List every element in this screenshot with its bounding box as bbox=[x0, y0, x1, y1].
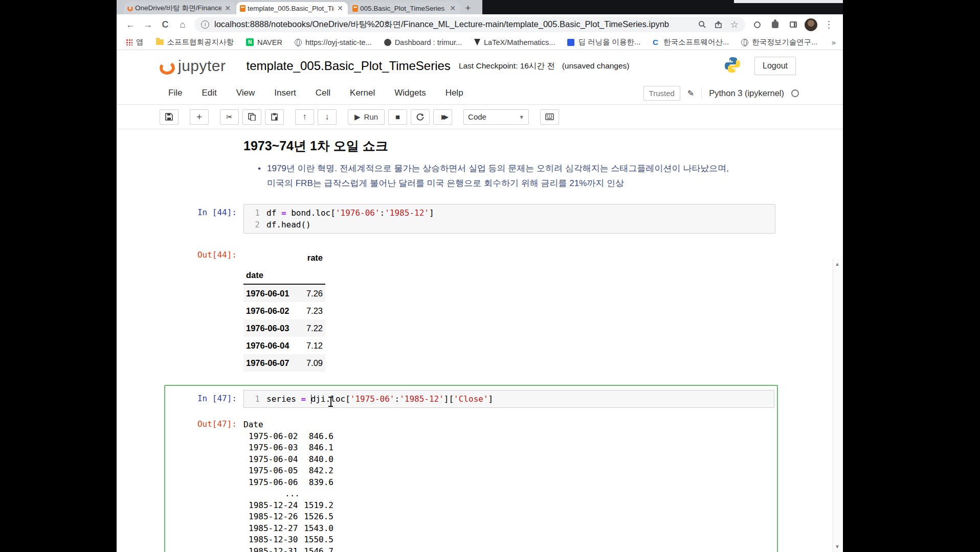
bookmark-item[interactable]: NNAVER bbox=[246, 38, 282, 47]
code-token: : bbox=[394, 394, 399, 404]
menu-item-help[interactable]: Help bbox=[446, 88, 463, 98]
menu-item-kernel[interactable]: Kernel bbox=[350, 88, 375, 98]
browser-tab[interactable]: template_005.Basic_Plot_TimeSe✕ bbox=[236, 2, 348, 14]
jupyter-logo[interactable]: jupyter bbox=[160, 57, 226, 75]
move-cell-up-button[interactable]: ↑ bbox=[295, 109, 314, 125]
bookmark-item[interactable]: Dashboard : trimur... bbox=[384, 38, 462, 47]
series-date: 1985-12-31 bbox=[243, 546, 300, 552]
menu-item-insert[interactable]: Insert bbox=[274, 88, 296, 98]
selected-cell-47[interactable]: In [47]: 1series = dji.loc['1975-06':'19… bbox=[164, 385, 778, 552]
table-index-cell: 1976-06-07 bbox=[243, 358, 295, 368]
address-field[interactable]: i localhost:8888/notebooks/OneDrive/바탕%2… bbox=[194, 17, 745, 32]
tab-strip-tabs: OneDrive/바탕 화면/Finance_M...✕template_005… bbox=[124, 2, 461, 14]
move-cell-down-button[interactable]: ↓ bbox=[318, 109, 337, 125]
table-row: 1976-06-037.22 bbox=[243, 319, 325, 337]
series-date: 1975-06-06 bbox=[243, 477, 300, 489]
restart-kernel-button[interactable] bbox=[411, 109, 430, 125]
code-cell-44[interactable]: In [44]: 1df = bond.loc['1976-06':'1985-… bbox=[117, 204, 843, 234]
bookmark-item[interactable]: LaTeX/Mathematics... bbox=[474, 38, 555, 47]
scroll-down-icon[interactable]: ▼ bbox=[833, 544, 841, 549]
scroll-up-icon[interactable]: ▲ bbox=[833, 261, 841, 267]
bookmarks-overflow-icon[interactable]: » bbox=[832, 38, 836, 47]
menu-items: FileEditViewInsertCellKernelWidgetsHelp bbox=[168, 88, 463, 98]
command-palette-button[interactable] bbox=[540, 109, 559, 125]
menu-item-view[interactable]: View bbox=[236, 88, 255, 98]
table-row: 1976-06-027.23 bbox=[243, 302, 325, 319]
tab-title: 005.Basic_Plot_TimeSeries - Jup... bbox=[360, 5, 447, 12]
url-text[interactable]: localhost:8888/notebooks/OneDrive/바탕%20화… bbox=[214, 19, 690, 30]
trusted-button[interactable]: Trusted bbox=[643, 86, 680, 101]
stop-button[interactable]: ■ bbox=[388, 109, 407, 125]
tab-close-icon[interactable]: ✕ bbox=[449, 4, 457, 12]
cell-type-select[interactable]: Code ▼ bbox=[463, 109, 529, 125]
logout-button[interactable]: Logout bbox=[754, 57, 796, 75]
series-value: 1543.0 bbox=[300, 523, 333, 535]
globe-bookmark-icon bbox=[295, 39, 302, 46]
cut-cell-button[interactable]: ✂ bbox=[220, 109, 239, 125]
share-icon[interactable] bbox=[715, 21, 722, 29]
copy-cell-button[interactable] bbox=[242, 109, 261, 125]
scrollbar[interactable]: ▲ ▼ bbox=[833, 259, 841, 552]
table-row: 1976-06-047.12 bbox=[243, 337, 325, 354]
tab-close-icon[interactable]: ✕ bbox=[336, 4, 344, 12]
restart-run-all-button[interactable]: ▶▶ bbox=[433, 109, 452, 125]
series-date: 1985-12-24 bbox=[243, 500, 300, 512]
run-button[interactable]: ▶ Run bbox=[348, 109, 385, 125]
browser-menu-icon[interactable]: ⋮ bbox=[820, 19, 838, 30]
paste-cell-button[interactable] bbox=[265, 109, 284, 125]
bookmark-label: 소프트협회공지사항 bbox=[167, 37, 234, 47]
series-value: 1526.5 bbox=[300, 511, 333, 523]
series-header: Date bbox=[243, 419, 333, 431]
browser-tab[interactable]: 005.Basic_Plot_TimeSeries - Jup...✕ bbox=[349, 2, 460, 14]
code-cell-47[interactable]: In [47]: 1series = dji.loc['1975-06':'19… bbox=[165, 390, 777, 408]
home-icon[interactable]: ⌂ bbox=[174, 19, 191, 30]
site-info-icon[interactable]: i bbox=[201, 20, 209, 29]
menu-item-edit[interactable]: Edit bbox=[202, 88, 216, 98]
code-editor-47[interactable]: 1series = dji.loc['1975-06':'1985-12']['… bbox=[243, 390, 774, 408]
code-text: series = dji.loc['1975-06':'1985-12']['C… bbox=[266, 393, 493, 405]
series-row: 1985-12-261526.5 bbox=[243, 511, 333, 523]
refresh-icon[interactable]: C bbox=[157, 19, 174, 30]
tab-title: template_005.Basic_Plot_TimeSe bbox=[248, 5, 334, 12]
menu-item-file[interactable]: File bbox=[168, 88, 182, 98]
tab-strip: OneDrive/바탕 화면/Finance_M...✕template_005… bbox=[117, 0, 843, 14]
forward-icon[interactable]: → bbox=[139, 19, 157, 30]
new-tab-button[interactable]: + bbox=[461, 2, 475, 14]
menu-item-cell[interactable]: Cell bbox=[316, 88, 330, 98]
unsaved-status: (unsaved changes) bbox=[562, 61, 630, 71]
notebook-toolbar: + ✂ ↑ ↓ ▶ Run ■ ▶▶ Code ▼ bbox=[117, 105, 843, 129]
bookmark-item[interactable]: 딥 러닝을 이용한... bbox=[567, 37, 640, 47]
zoom-icon[interactable] bbox=[698, 20, 706, 29]
window-controls-strip bbox=[734, 0, 843, 3]
code-token: = bbox=[281, 208, 286, 218]
code-token: '1976-06' bbox=[336, 208, 380, 218]
notebook-title[interactable]: template_005.Basic_Plot_TimeSeries bbox=[247, 59, 451, 73]
edit-pencil-icon[interactable]: ✎ bbox=[687, 88, 694, 98]
extensions-puzzle-icon[interactable] bbox=[766, 21, 784, 28]
output-prompt-44: Out[44]: bbox=[117, 249, 243, 372]
bookmark-item[interactable]: 한국정보기술연구... bbox=[741, 37, 817, 47]
tab-close-icon[interactable]: ✕ bbox=[224, 4, 232, 12]
series-row: 1975-06-05842.2 bbox=[243, 465, 333, 477]
bookmark-label: 딥 러닝을 이용한... bbox=[578, 37, 640, 47]
dataframe-table: ratedate1976-06-017.261976-06-027.231976… bbox=[243, 249, 325, 372]
input-prompt-47: In [47]: bbox=[165, 390, 243, 408]
browser-tab[interactable]: OneDrive/바탕 화면/Finance_M...✕ bbox=[124, 2, 235, 14]
chevron-down-icon: ▼ bbox=[519, 114, 524, 120]
bookmark-item[interactable]: https://oyj-static-te... bbox=[295, 38, 372, 47]
menu-item-widgets[interactable]: Widgets bbox=[394, 88, 426, 98]
output-prompt-47: Out[47]: bbox=[165, 419, 243, 552]
add-cell-button[interactable]: + bbox=[190, 109, 209, 125]
bookmark-item[interactable]: 소프트협회공지사항 bbox=[156, 37, 234, 47]
save-button[interactable] bbox=[160, 109, 179, 125]
bookmark-star-icon[interactable]: ☆ bbox=[730, 19, 739, 30]
output-cell-44: Out[44]: ratedate1976-06-017.261976-06-0… bbox=[117, 249, 843, 372]
code-token: = bbox=[301, 394, 306, 404]
bookmark-item[interactable]: C한국소프트웨어산... bbox=[653, 37, 729, 47]
bookmark-item[interactable]: 앱 bbox=[126, 37, 144, 47]
cast-icon[interactable] bbox=[748, 21, 766, 28]
back-icon[interactable]: ← bbox=[122, 19, 139, 30]
side-panel-icon[interactable] bbox=[784, 21, 802, 28]
profile-avatar[interactable] bbox=[802, 18, 820, 31]
code-editor-44[interactable]: 1df = bond.loc['1976-06':'1985-12']2df.h… bbox=[243, 204, 775, 234]
